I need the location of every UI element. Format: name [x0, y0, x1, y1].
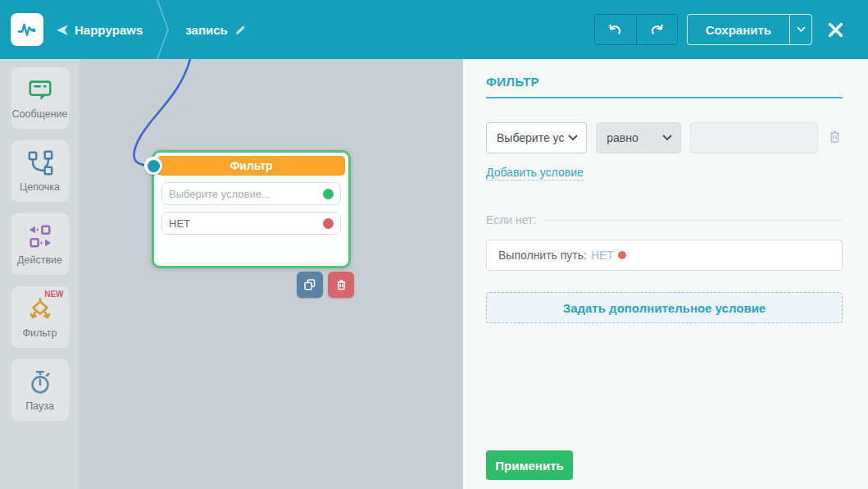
- palette-item-label: Пауза: [25, 400, 54, 412]
- undo-icon: [607, 21, 624, 39]
- paper-plane-icon: [55, 23, 69, 37]
- else-label: Если нет:: [486, 213, 536, 226]
- add-extra-condition-button[interactable]: Задать дополнительное условие: [486, 292, 843, 323]
- palette-item-label: Фильтр: [23, 327, 57, 339]
- node-input-port[interactable]: [144, 157, 162, 175]
- no-row-label: НЕТ: [169, 217, 190, 230]
- breadcrumb-bot[interactable]: Happypaws: [55, 23, 143, 37]
- topbar-actions: Сохранить: [594, 14, 845, 45]
- palette-item-label: Сообщение: [11, 108, 67, 120]
- panel-title-rule: [486, 97, 843, 98]
- no-output-port[interactable]: [323, 218, 334, 229]
- redo-button[interactable]: [636, 15, 677, 44]
- breadcrumb-separator: [156, 0, 170, 59]
- trash-icon: [827, 129, 843, 145]
- filter-node-no-row[interactable]: НЕТ: [161, 212, 341, 235]
- node-palette: Сообщение Цепочка: [0, 59, 80, 489]
- palette-item-pause[interactable]: Пауза: [11, 359, 69, 421]
- chevron-down-icon: [662, 135, 672, 141]
- palette-item-filter[interactable]: NEW Фильтр: [11, 286, 69, 348]
- flow-canvas[interactable]: Фильтр Выберите условие... НЕТ: [80, 59, 463, 489]
- save-button[interactable]: Сохранить: [688, 15, 789, 44]
- close-icon: [826, 21, 845, 39]
- save-split-button: Сохранить: [687, 14, 812, 45]
- path-value: НЕТ: [591, 249, 614, 262]
- path-red-dot: [618, 251, 626, 259]
- duplicate-node-button[interactable]: [297, 272, 323, 298]
- main-area: Сообщение Цепочка: [0, 59, 868, 489]
- edit-pencil-icon[interactable]: [234, 23, 248, 37]
- breadcrumb-flow: запись: [185, 23, 247, 37]
- node-action-buttons: [297, 272, 354, 298]
- undo-button[interactable]: [595, 15, 636, 44]
- new-badge: NEW: [44, 290, 63, 299]
- undo-redo-group: [594, 14, 678, 45]
- remove-condition-button[interactable]: [827, 129, 843, 148]
- bot-name: Happypaws: [75, 23, 143, 37]
- delete-node-button[interactable]: [328, 272, 354, 298]
- condition-row: Выберите ус равно: [486, 122, 843, 153]
- apply-button[interactable]: Применить: [486, 450, 573, 480]
- palette-item-chain[interactable]: Цепочка: [11, 140, 69, 202]
- close-button[interactable]: [826, 21, 845, 39]
- redo-icon: [648, 21, 666, 39]
- else-section-header: Если нет:: [486, 213, 843, 226]
- palette-item-action[interactable]: Действие: [11, 213, 69, 275]
- else-divider: [544, 220, 843, 221]
- chatbot-flow-editor: Happypaws запись: [0, 0, 868, 489]
- chevron-down-icon: [568, 135, 578, 141]
- condition-placeholder: Выберите условие...: [169, 188, 270, 200]
- chain-icon: [26, 149, 54, 177]
- condition-value-input[interactable]: [690, 122, 818, 153]
- filter-node-title[interactable]: Фильтр: [157, 156, 345, 176]
- chevron-down-icon: [797, 26, 806, 33]
- palette-item-label: Цепочка: [20, 181, 60, 193]
- else-path-box[interactable]: Выполнить путь: НЕТ: [486, 240, 843, 271]
- palette-item-message[interactable]: Сообщение: [11, 67, 69, 129]
- pulse-icon: [13, 16, 41, 43]
- palette-item-label: Действие: [17, 254, 62, 266]
- add-condition-link[interactable]: Добавить условие: [486, 166, 584, 181]
- trash-icon: [334, 278, 348, 292]
- filter-node[interactable]: Фильтр Выберите условие... НЕТ: [152, 150, 351, 268]
- flow-name: запись: [185, 23, 227, 37]
- save-dropdown-button[interactable]: [789, 15, 811, 44]
- filter-node-condition-row[interactable]: Выберите условие...: [161, 182, 341, 205]
- copy-icon: [302, 277, 317, 292]
- condition-select-value: Выберите ус: [497, 131, 564, 144]
- condition-select[interactable]: Выберите ус: [486, 122, 587, 153]
- app-logo[interactable]: [11, 13, 43, 46]
- filter-icon: [26, 295, 54, 323]
- yes-output-port[interactable]: [323, 189, 334, 199]
- filter-settings-panel: ФИЛЬТР Выберите ус равно: [463, 59, 868, 489]
- path-label: Выполнить путь:: [498, 249, 587, 262]
- operator-select[interactable]: равно: [596, 122, 681, 153]
- action-icon: [26, 222, 54, 250]
- topbar: Happypaws запись: [0, 0, 868, 59]
- operator-select-value: равно: [607, 131, 639, 144]
- panel-title: ФИЛЬТР: [486, 75, 843, 89]
- pause-icon: [26, 368, 54, 396]
- connection-wire: [80, 59, 463, 489]
- message-icon: [26, 76, 54, 104]
